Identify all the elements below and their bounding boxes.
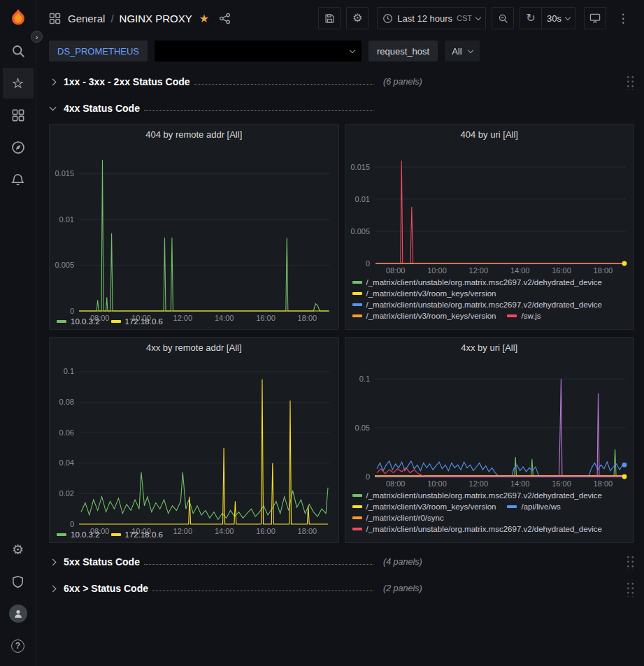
dashboard-settings-button[interactable]: ⚙ — [346, 7, 368, 29]
legend-item[interactable]: /_matrix/client/v3/room_keys/version — [352, 289, 496, 298]
row-panel-count: (2 panels) — [383, 584, 422, 593]
timeseries-chart[interactable]: 00.050.108:0010:0012:0014:0016:0018:00 — [345, 357, 634, 489]
row-drag-handle[interactable] — [625, 73, 634, 90]
svg-text:16:00: 16:00 — [552, 266, 571, 275]
legend-item[interactable]: /api/live/ws — [507, 502, 560, 511]
monitor-icon — [589, 13, 601, 24]
dashboard-header: General / NGINX PROXY ★ — [36, 0, 644, 36]
legend-item[interactable]: /_matrix/client/r0/sync — [352, 514, 444, 522]
sidebar-item-explore[interactable] — [3, 132, 34, 163]
shield-icon — [11, 575, 24, 588]
legend-item[interactable]: /_matrix/client/v3/room_keys/version — [352, 312, 496, 320]
svg-text:0.015: 0.015 — [55, 169, 74, 178]
row-panel-count: (4 panels) — [383, 557, 422, 567]
legend-label: 10.0.3.2 — [71, 317, 100, 326]
time-range-picker[interactable]: Last 12 hours CST — [377, 7, 486, 29]
row-drag-handle[interactable] — [625, 580, 634, 597]
grafana-logo[interactable] — [0, 0, 36, 35]
row-panel-count: (6 panels) — [383, 77, 422, 87]
kebab-icon: ⋮ — [617, 11, 629, 26]
row-1xx-3xx-2xx[interactable]: 1xx - 3xx - 2xx Status Code (6 panels) — [49, 70, 634, 94]
sidebar-expand-button[interactable]: › — [31, 31, 43, 43]
legend-item[interactable]: /sw.js — [507, 312, 541, 320]
panel-404-by-remote-addr: 404 by remote addr [All] 00.0050.010.015… — [49, 124, 339, 330]
legend-item[interactable]: /_matrix/client/unstable/org.matrix.msc2… — [352, 491, 603, 500]
panel-title[interactable]: 4xx by remote addr [All] — [50, 338, 338, 357]
chevron-right-icon — [50, 558, 57, 565]
panel-legend: 10.0.3.2172.18.0.6 — [50, 528, 338, 542]
panel-title[interactable]: 404 by remote addr [All] — [50, 124, 338, 144]
breadcrumb-section[interactable]: General — [68, 13, 105, 24]
star-icon: ☆ — [12, 76, 24, 90]
legend-item[interactable]: 172.18.0.6 — [111, 317, 163, 326]
legend-label: /_matrix/client/v3/room_keys/version — [366, 312, 496, 320]
svg-text:0: 0 — [365, 472, 369, 481]
panel-title[interactable]: 4xx by uri [All] — [345, 338, 634, 357]
panel-legend: 10.0.3.2172.18.0.6 — [50, 315, 338, 329]
legend-label: 172.18.0.6 — [125, 530, 163, 539]
timeseries-chart[interactable]: 00.0050.010.01508:0010:0012:0014:0016:00… — [50, 144, 338, 315]
share-icon[interactable] — [219, 13, 231, 24]
legend-item[interactable]: /_matrix/client/unstable/org.matrix.msc2… — [352, 301, 603, 309]
breadcrumb-dashboard-title[interactable]: NGINX PROXY — [120, 13, 192, 24]
row-5xx[interactable]: 5xx Status Code (4 panels) — [49, 550, 634, 574]
header-actions: ⚙ Last 12 hours CST — [318, 7, 634, 29]
main-area: General / NGINX PROXY ★ — [36, 0, 644, 666]
legend-item[interactable]: /_matrix/client/v3/room_keys/version — [352, 502, 496, 511]
more-options-button[interactable]: ⋮ — [612, 7, 634, 29]
variables-toolbar: DS_PROMETHEUS request_host All — [36, 36, 644, 67]
svg-text:08:00: 08:00 — [385, 266, 405, 275]
zoom-out-button[interactable] — [492, 7, 514, 29]
legend-item[interactable]: 10.0.3.2 — [57, 530, 100, 539]
timeseries-chart[interactable]: 00.020.040.060.080.108:0010:0012:0014:00… — [50, 357, 338, 528]
sidebar-item-profile[interactable] — [3, 598, 34, 629]
timezone-label: CST — [457, 14, 472, 22]
dotted-leader — [144, 110, 373, 111]
legend-label: /_matrix/client/unstable/org.matrix.msc2… — [366, 301, 603, 309]
panel-title[interactable]: 404 by uri [All] — [345, 124, 634, 144]
tv-mode-button[interactable] — [584, 7, 606, 29]
chevron-down-icon — [350, 47, 355, 52]
breadcrumb-separator: / — [110, 13, 113, 24]
zoom-out-icon — [498, 13, 508, 24]
svg-text:0.02: 0.02 — [59, 489, 74, 498]
chevron-down-icon — [565, 14, 571, 20]
sidebar-item-search[interactable] — [3, 36, 34, 66]
request-host-variable-label[interactable]: request_host — [368, 41, 438, 61]
sidebar-item-alerting[interactable] — [3, 164, 34, 195]
bell-icon — [11, 173, 24, 187]
sidebar-item-starred[interactable]: ☆ — [3, 68, 34, 99]
svg-text:12:00: 12:00 — [468, 266, 488, 275]
legend-item[interactable]: /_matrix/client/unstable/org.matrix.msc2… — [352, 278, 603, 287]
favorite-star-icon[interactable]: ★ — [199, 12, 209, 25]
row-drag-handle[interactable] — [625, 553, 634, 570]
refresh-group: ↻ 30s — [520, 7, 575, 29]
timeseries-chart[interactable]: 00.0050.010.01508:0010:0012:0014:0016:00… — [345, 144, 634, 276]
svg-text:12:00: 12:00 — [468, 479, 488, 488]
save-dashboard-button[interactable] — [318, 7, 341, 29]
panel-4xx-by-remote-addr: 4xx by remote addr [All] 00.020.040.060.… — [49, 337, 339, 543]
svg-text:0: 0 — [70, 520, 74, 528]
datasource-value-dropdown[interactable] — [155, 41, 362, 61]
sidebar-bottom: ⚙ ? — [3, 533, 34, 662]
legend-item[interactable]: 172.18.0.6 — [111, 530, 163, 539]
datasource-variable-label[interactable]: DS_PROMETHEUS — [49, 41, 148, 61]
chart-svg: 00.0050.010.01508:0010:0012:0014:0016:00… — [50, 144, 338, 324]
sidebar-item-dashboards[interactable] — [3, 100, 34, 131]
dashboards-grid-icon — [12, 109, 24, 122]
grafana-flame-icon — [8, 8, 28, 27]
legend-item[interactable]: 10.0.3.2 — [57, 317, 100, 326]
request-host-value-dropdown[interactable]: All — [445, 41, 479, 61]
sidebar-item-configuration[interactable]: ⚙ — [3, 534, 34, 565]
chevron-down-icon — [50, 104, 57, 111]
refresh-interval-picker[interactable]: 30s — [541, 7, 575, 29]
refresh-button[interactable]: ↻ — [520, 7, 542, 29]
row-6xx[interactable]: 6xx > Status Code (2 panels) — [49, 577, 634, 600]
chevron-right-icon — [50, 585, 57, 592]
sidebar-item-help[interactable]: ? — [3, 630, 34, 661]
legend-item[interactable]: /_matrix/client/unstable/org.matrix.msc2… — [352, 525, 603, 533]
apps-icon[interactable] — [49, 13, 61, 24]
sidebar-item-server-admin[interactable] — [3, 566, 34, 597]
legend-label: /_matrix/client/v3/room_keys/version — [366, 502, 496, 511]
row-4xx[interactable]: 4xx Status Code — [49, 96, 634, 120]
